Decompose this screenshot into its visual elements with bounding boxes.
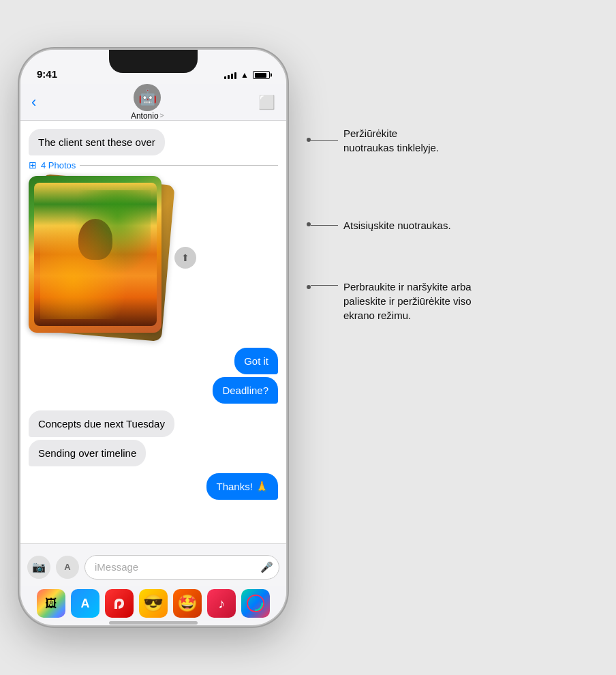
annotation-dot xyxy=(307,285,311,289)
message-row: Got it xyxy=(29,348,278,374)
photo-count: 4 Photos xyxy=(41,160,76,170)
chevron-right-icon: > xyxy=(160,112,164,119)
annotation-dot xyxy=(307,138,311,142)
status-time: 9:41 xyxy=(37,68,57,80)
annotation-text-download: Atsisiųskite nuotraukas. xyxy=(343,218,451,232)
annotation-line xyxy=(311,225,338,226)
message-bubble-incoming[interactable]: Concepts due next Tuesday xyxy=(29,410,174,437)
message-bubble-incoming[interactable]: Sending over timeline xyxy=(29,440,146,466)
svg-point-0 xyxy=(247,595,264,612)
input-bar: 📷 A iMessage 🎤 xyxy=(20,543,286,590)
annotation-line xyxy=(311,140,338,141)
annotation-swipe: Perbraukite ir naršykite arba palieskite… xyxy=(307,280,472,322)
annotation-text-grid: Peržiūrėkite nuotraukas tinklelyje. xyxy=(343,126,439,155)
message-bubble-incoming[interactable]: The client sent these over xyxy=(29,129,165,155)
dock-fitness-icon[interactable] xyxy=(241,589,270,618)
notch xyxy=(109,50,198,73)
message-row: Concepts due next Tuesday xyxy=(29,410,278,437)
contact-info[interactable]: 🤖 Antonio > xyxy=(131,84,164,121)
messages-area: The client sent these over ⊞ 4 Photos ⬆ xyxy=(20,121,286,543)
annotation-line xyxy=(311,285,338,286)
battery-icon xyxy=(253,71,270,79)
dock-appstore-icon[interactable]: A xyxy=(71,589,99,618)
mic-icon[interactable]: 🎤 xyxy=(260,561,273,573)
photo-attachment[interactable]: ⊞ 4 Photos ⬆ xyxy=(29,158,278,340)
dock-soundhound-icon[interactable] xyxy=(105,589,134,618)
message-bubble-outgoing[interactable]: Deadline? xyxy=(213,377,278,404)
share-button[interactable]: ⬆ xyxy=(174,247,196,269)
annotation-dot xyxy=(307,222,311,226)
message-bubble-outgoing[interactable]: Thanks! 🙏 xyxy=(206,473,278,500)
message-row: Sending over timeline xyxy=(29,440,278,466)
annotation-download: Atsisiųskite nuotraukas. xyxy=(307,218,451,232)
photo-count-bar: ⊞ 4 Photos xyxy=(29,158,278,172)
home-indicator xyxy=(109,621,198,625)
dock-memoji-icon[interactable]: 😎 xyxy=(139,589,168,618)
iphone-frame: 9:41 ▲ ‹ 🤖 Antonio > xyxy=(20,50,286,625)
wifi-icon: ▲ xyxy=(241,70,249,80)
dock-memoji2-icon[interactable]: 🤩 xyxy=(173,589,202,618)
dock: 🖼 A 😎 🤩 ♪ xyxy=(20,586,286,621)
annotation-text-swipe: Perbraukite ir naršykite arba palieskite… xyxy=(343,280,472,322)
apps-button[interactable]: A xyxy=(56,556,79,579)
camera-button[interactable]: 📷 xyxy=(27,556,50,579)
annotation-grid-view: Peržiūrėkite nuotraukas tinklelyje. xyxy=(307,126,616,155)
status-icons: ▲ xyxy=(224,70,270,80)
back-button[interactable]: ‹ xyxy=(31,93,36,111)
photo-stack[interactable]: ⬆ xyxy=(29,176,172,340)
avatar: 🤖 xyxy=(134,84,161,111)
photo-person xyxy=(34,183,157,326)
video-call-button[interactable]: ⬜ xyxy=(258,94,275,110)
photo-card-front[interactable] xyxy=(29,176,161,333)
input-placeholder: iMessage xyxy=(95,561,138,573)
message-row: Thanks! 🙏 xyxy=(29,473,278,500)
message-input[interactable]: iMessage 🎤 xyxy=(84,555,279,580)
message-row: The client sent these over xyxy=(29,129,278,155)
dock-photos-icon[interactable]: 🖼 xyxy=(37,589,65,618)
divider-line xyxy=(80,165,278,166)
message-row: Deadline? xyxy=(29,377,278,404)
signal-icon xyxy=(224,71,236,79)
message-bubble-outgoing[interactable]: Got it xyxy=(234,348,278,374)
contact-name: Antonio > xyxy=(131,111,164,121)
dock-music-icon[interactable]: ♪ xyxy=(207,589,236,618)
nav-bar: ‹ 🤖 Antonio > ⬜ xyxy=(20,84,286,121)
annotations-area: Peržiūrėkite nuotraukas tinklelyje. Atsi… xyxy=(307,0,616,675)
grid-icon: ⊞ xyxy=(29,160,37,170)
